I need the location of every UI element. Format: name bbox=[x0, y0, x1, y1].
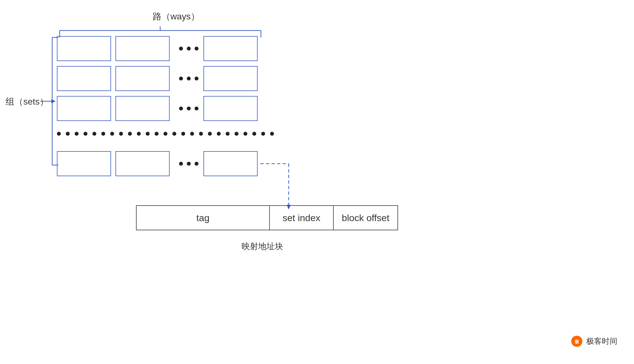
cache-cell-2-2 bbox=[115, 66, 170, 91]
dot bbox=[179, 47, 183, 50]
dots-mid-3 bbox=[179, 107, 198, 110]
cache-row-1 bbox=[57, 36, 268, 61]
dot bbox=[270, 132, 274, 136]
cache-cell-2-1 bbox=[57, 66, 111, 91]
dot bbox=[146, 132, 150, 136]
logo-icon: 极 bbox=[571, 335, 583, 347]
dot bbox=[217, 132, 221, 136]
dots-mid-last bbox=[179, 162, 198, 166]
cache-row-2 bbox=[57, 66, 268, 91]
dot bbox=[195, 107, 198, 110]
dot bbox=[187, 77, 191, 80]
dot bbox=[261, 132, 265, 136]
cache-row-last bbox=[57, 151, 258, 176]
dot bbox=[235, 132, 238, 136]
dot bbox=[195, 77, 198, 80]
dot bbox=[226, 132, 230, 136]
cache-row-3 bbox=[57, 96, 268, 121]
dot bbox=[190, 132, 194, 136]
cache-cell-3-2 bbox=[115, 96, 170, 121]
cache-grid bbox=[57, 36, 268, 126]
logo-text: 极客时间 bbox=[586, 336, 617, 347]
dots-mid-1 bbox=[179, 47, 198, 50]
dot bbox=[57, 132, 61, 136]
cache-cell-3-3 bbox=[203, 96, 258, 121]
dot bbox=[137, 132, 141, 136]
addr-tag: tag bbox=[137, 206, 270, 230]
cache-cell-last-2 bbox=[115, 151, 170, 176]
dots-mid-2 bbox=[179, 77, 198, 80]
cache-cell-1-1 bbox=[57, 36, 111, 61]
dot bbox=[101, 132, 105, 136]
dot bbox=[179, 107, 183, 110]
dot bbox=[179, 162, 183, 166]
dot bbox=[187, 47, 191, 50]
dot bbox=[119, 132, 123, 136]
dot bbox=[84, 132, 87, 136]
dot bbox=[155, 132, 158, 136]
cache-cell-last-1 bbox=[57, 151, 111, 176]
dot bbox=[187, 162, 191, 166]
dot bbox=[187, 107, 191, 110]
cache-cell-1-3 bbox=[203, 36, 258, 61]
dot bbox=[66, 132, 70, 136]
dot bbox=[163, 132, 167, 136]
dot bbox=[128, 132, 132, 136]
cache-cell-2-3 bbox=[203, 66, 258, 91]
address-bar: tag set index block offset bbox=[136, 205, 398, 230]
dot bbox=[195, 47, 198, 50]
mapping-label: 映射地址块 bbox=[241, 241, 283, 252]
dot bbox=[195, 162, 198, 166]
dot bbox=[110, 132, 114, 136]
cache-cell-3-1 bbox=[57, 96, 111, 121]
cache-cell-last-3 bbox=[203, 151, 258, 176]
dot bbox=[75, 132, 79, 136]
addr-block-offset: block offset bbox=[334, 206, 397, 230]
dot bbox=[172, 132, 176, 136]
sets-label: 组（sets） bbox=[6, 96, 49, 108]
dot bbox=[199, 132, 203, 136]
dot bbox=[92, 132, 96, 136]
cache-cell-1-2 bbox=[115, 36, 170, 61]
dot bbox=[179, 77, 183, 80]
svg-text:极: 极 bbox=[574, 339, 579, 344]
addr-set-index: set index bbox=[270, 206, 334, 230]
svg-marker-10 bbox=[51, 99, 56, 103]
horiz-dots-row bbox=[57, 132, 274, 136]
dot bbox=[181, 132, 185, 136]
dot bbox=[208, 132, 212, 136]
dot bbox=[252, 132, 256, 136]
main-container: 路（ways） 组（sets） bbox=[0, 0, 634, 364]
logo-area: 极 极客时间 bbox=[571, 335, 617, 347]
ways-label: 路（ways） bbox=[153, 11, 200, 23]
dot bbox=[243, 132, 247, 136]
